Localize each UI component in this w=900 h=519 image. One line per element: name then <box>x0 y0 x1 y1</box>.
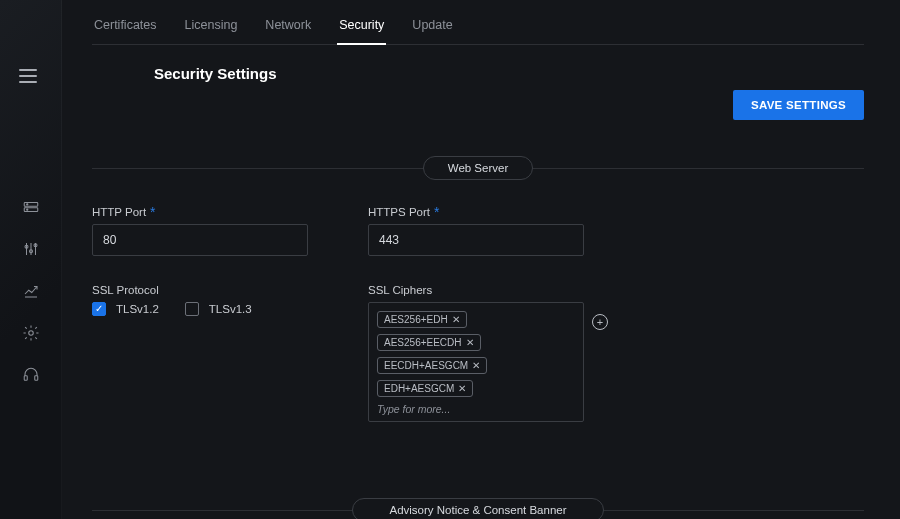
tab-security[interactable]: Security <box>337 8 386 44</box>
gear-icon[interactable] <box>22 324 40 342</box>
server-icon[interactable] <box>22 198 40 216</box>
http-port-label: HTTP Port <box>92 206 146 218</box>
chip-remove-icon[interactable]: ✕ <box>472 360 480 371</box>
add-cipher-icon[interactable]: + <box>592 314 608 330</box>
field-http-port: HTTP Port * <box>92 206 308 256</box>
https-port-label: HTTPS Port <box>368 206 430 218</box>
cipher-input-placeholder[interactable]: Type for more... <box>377 403 575 415</box>
sliders-icon[interactable] <box>22 240 40 258</box>
rail-icon-group <box>22 198 40 384</box>
tab-update[interactable]: Update <box>410 8 454 44</box>
svg-rect-13 <box>34 376 37 381</box>
http-port-input[interactable] <box>92 224 308 256</box>
svg-point-3 <box>26 209 27 210</box>
main-content: Certificates Licensing Network Security … <box>62 0 900 519</box>
ssl-ciphers-box[interactable]: AES256+EDH✕ AES256+EECDH✕ EECDH+AESGCM✕ … <box>368 302 584 422</box>
section-title-advisory: Advisory Notice & Consent Banner <box>352 498 603 519</box>
ssl-ciphers-label: SSL Ciphers <box>368 284 584 296</box>
chart-icon[interactable] <box>22 282 40 300</box>
tab-certificates[interactable]: Certificates <box>92 8 159 44</box>
chip-remove-icon[interactable]: ✕ <box>466 337 474 348</box>
section-title-web-server: Web Server <box>423 156 534 180</box>
section-advisory: Advisory Notice & Consent Banner <box>92 498 864 519</box>
svg-point-11 <box>28 331 33 336</box>
cipher-chip: AES256+EECDH✕ <box>377 334 481 351</box>
ssl-protocol-label: SSL Protocol <box>92 284 308 296</box>
https-port-input[interactable] <box>368 224 584 256</box>
field-ssl-ciphers: SSL Ciphers AES256+EDH✕ AES256+EECDH✕ EE… <box>368 284 584 422</box>
chip-remove-icon[interactable]: ✕ <box>452 314 460 325</box>
required-mark: * <box>150 208 155 216</box>
svg-point-2 <box>26 204 27 205</box>
headset-icon[interactable] <box>22 366 40 384</box>
menu-icon[interactable] <box>19 64 43 88</box>
section-web-server: Web Server <box>92 156 864 180</box>
settings-tabs: Certificates Licensing Network Security … <box>92 8 864 45</box>
save-settings-button[interactable]: SAVE SETTINGS <box>733 90 864 120</box>
checkbox-tls13-label: TLSv1.3 <box>209 303 252 315</box>
tab-licensing[interactable]: Licensing <box>183 8 240 44</box>
cipher-chip: EDH+AESGCM✕ <box>377 380 473 397</box>
page-title: Security Settings <box>154 65 864 82</box>
checkbox-tls12-label: TLSv1.2 <box>116 303 159 315</box>
tab-network[interactable]: Network <box>263 8 313 44</box>
checkbox-tls13[interactable] <box>185 302 199 316</box>
cipher-chip: AES256+EDH✕ <box>377 311 467 328</box>
field-ssl-protocol: SSL Protocol TLSv1.2 TLSv1.3 <box>92 284 308 422</box>
chip-remove-icon[interactable]: ✕ <box>458 383 466 394</box>
cipher-chip: EECDH+AESGCM✕ <box>377 357 487 374</box>
svg-rect-12 <box>24 376 27 381</box>
checkbox-tls12[interactable] <box>92 302 106 316</box>
field-https-port: HTTPS Port * <box>368 206 584 256</box>
required-mark: * <box>434 208 439 216</box>
left-rail <box>0 0 62 519</box>
